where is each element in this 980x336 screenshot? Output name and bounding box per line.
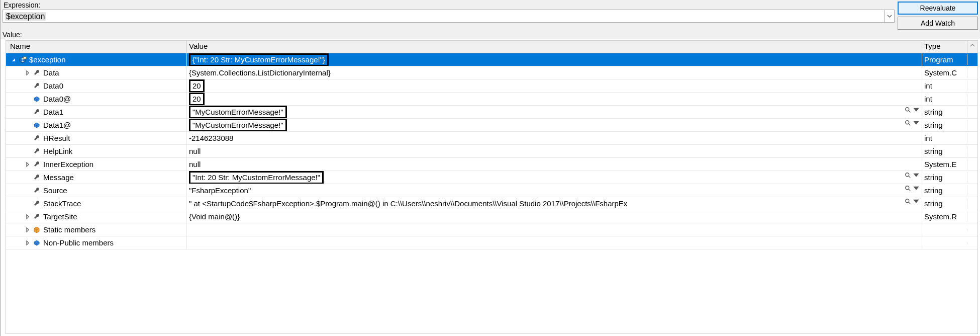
table-row[interactable]: StackTrace" at <StartupCode$FsharpExcept… [6, 197, 977, 210]
visualizer-dropdown-button[interactable] [905, 172, 920, 179]
row-type: string [922, 185, 967, 196]
row-value: null [189, 160, 201, 169]
row-type: int [922, 133, 967, 143]
wrench-icon [32, 81, 41, 91]
row-value: "Int: 20 Str: MyCustomErrorMessage!" [189, 171, 324, 184]
field-icon [32, 95, 41, 104]
add-watch-button[interactable]: Add Watch [898, 17, 978, 30]
table-row[interactable]: TargetSite{Void main@()}System.R [6, 210, 977, 223]
row-name: TargetSite [43, 212, 77, 221]
field-icon [32, 121, 41, 130]
row-name: Non-Public members [43, 238, 114, 247]
table-row[interactable]: Data1"MyCustomErrorMessage!"string [6, 106, 977, 119]
reevaluate-button[interactable]: Reevaluate [898, 2, 978, 15]
row-name: Static members [43, 225, 95, 234]
column-header-value[interactable]: Value [187, 41, 922, 53]
row-type: string [922, 146, 967, 156]
expander-closed-icon[interactable] [24, 69, 31, 76]
table-row[interactable]: Source"FsharpException"string [6, 184, 977, 197]
table-row[interactable]: Message"Int: 20 Str: MyCustomErrorMessag… [6, 171, 977, 184]
grid-header: Name Value Type [6, 40, 978, 53]
row-value: 20 [189, 93, 205, 105]
table-row[interactable]: InnerExceptionnullSystem.E [6, 158, 977, 171]
wrench-icon [32, 186, 41, 195]
exception-icon [18, 55, 27, 64]
row-value: -2146233088 [189, 134, 233, 142]
expression-value: $exception [5, 12, 46, 21]
row-name: Source [43, 186, 67, 195]
row-type [922, 229, 967, 231]
row-type: System.E [922, 159, 967, 170]
expression-label: Expression: [3, 1, 895, 9]
wrench-icon [32, 212, 41, 221]
expander-open-icon[interactable] [10, 56, 17, 63]
row-name: Message [43, 173, 74, 182]
row-value: "MyCustomErrorMessage!" [189, 119, 287, 131]
row-type: int [922, 94, 967, 104]
row-name: Data1@ [43, 121, 71, 129]
visualizer-dropdown-button[interactable] [905, 198, 920, 205]
row-name: Data1 [43, 108, 63, 116]
table-row[interactable]: Data0@20int [6, 93, 977, 106]
wrench-icon [32, 199, 41, 208]
row-value: " at <StartupCode$FsharpException>.$Prog… [189, 199, 627, 208]
row-value: {"Int: 20 Str: MyCustomErrorMessage!"} [189, 53, 329, 66]
row-name: $exception [29, 55, 66, 64]
expander-closed-icon[interactable] [24, 239, 31, 246]
expression-dropdown-button[interactable] [885, 10, 895, 23]
row-name: Data [43, 68, 59, 77]
row-type: Program [922, 54, 967, 65]
wrench-icon [32, 108, 41, 117]
row-name: HelpLink [43, 147, 72, 155]
wrench-icon [32, 68, 41, 77]
row-name: Data0 [43, 81, 63, 90]
row-value: "MyCustomErrorMessage!" [189, 106, 287, 118]
row-name: HResult [43, 134, 70, 142]
column-header-name[interactable]: Name [6, 41, 187, 53]
table-row[interactable]: HResult-2146233088int [6, 132, 977, 145]
row-value: null [189, 147, 201, 155]
row-type: System.R [922, 211, 967, 222]
value-label: Value: [1, 30, 980, 39]
visualizer-dropdown-button[interactable] [905, 185, 920, 192]
row-type: System.C [922, 67, 967, 78]
table-row[interactable]: Data{System.Collections.ListDictionaryIn… [6, 66, 977, 79]
row-type: int [922, 80, 967, 91]
wrench-icon [32, 160, 41, 169]
row-value: 20 [189, 79, 205, 92]
expander-closed-icon[interactable] [24, 226, 31, 233]
row-type: string [922, 172, 967, 183]
row-name: Data0@ [43, 95, 71, 103]
row-type: string [922, 107, 967, 117]
row-type: string [922, 198, 967, 209]
static-icon [32, 225, 41, 234]
row-name: StackTrace [43, 199, 81, 208]
row-value: {Void main@()} [189, 212, 240, 221]
table-row[interactable]: Data020int [6, 79, 977, 93]
nonpublic-icon [32, 238, 41, 247]
row-type [922, 242, 967, 244]
row-type: string [922, 120, 967, 130]
table-row[interactable]: Non-Public members [6, 236, 977, 249]
wrench-icon [32, 147, 41, 156]
expression-input[interactable]: $exception [3, 10, 885, 23]
table-row[interactable]: HelpLinknullstring [6, 145, 977, 158]
table-row[interactable]: $exception{"Int: 20 Str: MyCustomErrorMe… [6, 53, 977, 66]
row-value: "FsharpException" [189, 186, 251, 195]
expander-closed-icon[interactable] [24, 213, 31, 220]
row-value: {System.Collections.ListDictionaryIntern… [189, 68, 331, 77]
visualizer-dropdown-button[interactable] [905, 107, 920, 114]
column-header-type[interactable]: Type [922, 41, 967, 53]
visualizer-dropdown-button[interactable] [905, 120, 920, 127]
wrench-icon [32, 173, 41, 182]
row-name: InnerException [43, 160, 93, 169]
expander-closed-icon[interactable] [24, 161, 31, 168]
wrench-icon [32, 134, 41, 143]
table-row[interactable]: Data1@"MyCustomErrorMessage!"string [6, 119, 977, 132]
scroll-up-icon[interactable] [967, 41, 977, 53]
value-grid: Name Value Type $exception{"Int: 20 Str:… [6, 40, 978, 334]
table-row[interactable]: Static members [6, 223, 977, 236]
